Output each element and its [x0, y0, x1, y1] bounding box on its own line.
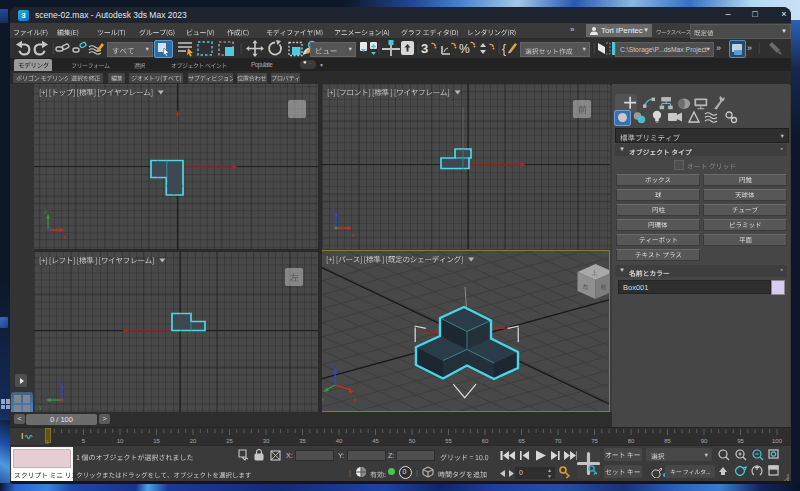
svg-text:z: z	[331, 362, 334, 368]
svg-text:%: %	[459, 42, 470, 56]
svg-text:z: z	[58, 378, 61, 384]
svg-text:95: 95	[737, 438, 744, 444]
svg-text:30: 30	[263, 438, 270, 444]
svg-text:10: 10	[117, 438, 124, 444]
svg-text:90: 90	[701, 438, 708, 444]
svg-text:{: {	[502, 42, 506, 56]
svg-text:70: 70	[555, 438, 562, 444]
svg-text:y: y	[353, 396, 356, 402]
svg-text:100: 100	[772, 438, 783, 444]
svg-text:50: 50	[409, 438, 416, 444]
svg-text:55: 55	[445, 438, 452, 444]
svg-text:15: 15	[153, 438, 160, 444]
svg-text:x: x	[63, 234, 66, 240]
svg-text:65: 65	[518, 438, 525, 444]
svg-text:x: x	[351, 232, 354, 238]
svg-text:60: 60	[482, 438, 489, 444]
svg-text:z: z	[332, 206, 335, 212]
svg-text:75: 75	[591, 438, 598, 444]
svg-text:3: 3	[421, 41, 428, 56]
svg-text:35: 35	[299, 438, 306, 444]
svg-text:45: 45	[372, 438, 379, 444]
svg-text:85: 85	[664, 438, 671, 444]
svg-text:5: 5	[82, 438, 86, 444]
svg-text:y: y	[44, 208, 47, 214]
svg-text:20: 20	[190, 438, 197, 444]
svg-text:y: y	[39, 404, 42, 410]
svg-text:40: 40	[336, 438, 343, 444]
svg-text:80: 80	[628, 438, 635, 444]
svg-text:25: 25	[226, 438, 233, 444]
